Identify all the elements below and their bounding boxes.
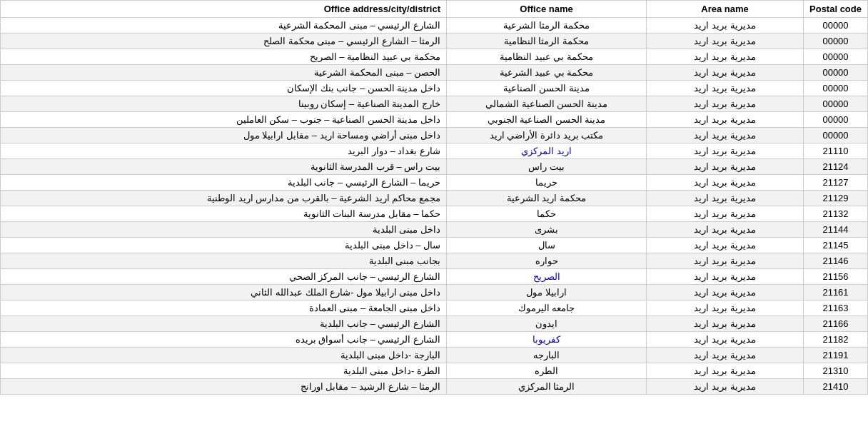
cell-postal: 21124 — [804, 159, 868, 175]
cell-area: مديرية بريد اريد — [647, 316, 804, 332]
cell-office: سال — [447, 238, 647, 253]
table-row: 21132مديرية بريد اريدحكماحكما – مقابل مد… — [1, 206, 868, 222]
cell-address: حريما – الشارع الرئيسي – جانب البلدية — [1, 175, 447, 191]
cell-area: مديرية بريد اريد — [647, 65, 804, 81]
cell-office: حريما — [447, 175, 647, 191]
cell-office: كفريوبا — [447, 332, 647, 348]
cell-office: ارابيلا مول — [447, 285, 647, 301]
cell-postal: 21156 — [804, 269, 868, 285]
cell-office: البارجه — [447, 348, 647, 363]
header-postal: Postal code — [804, 1, 868, 18]
cell-address: الطرة -داخل مبنى البلدية — [1, 363, 447, 379]
cell-office: الرمثا المركزي — [447, 379, 647, 395]
table-row: 00000مديرية بريد اريدمحكمة الرمثا النظام… — [1, 34, 868, 49]
cell-postal: 21166 — [804, 316, 868, 332]
header-office: Office name — [447, 1, 647, 18]
cell-postal: 21145 — [804, 238, 868, 253]
cell-area: مديرية بريد اريد — [647, 128, 804, 143]
table-row: 21410مديرية بريد اريدالرمثا المركزيالرمث… — [1, 379, 868, 395]
table-row: 21146مديرية بريد اريدحوارهبجانب مبنى الب… — [1, 253, 868, 269]
cell-address: الرمثا – الشارع الرئيسي – مبنى محكمة الص… — [1, 34, 447, 49]
table-row: 21124مديرية بريد اريدبيت راسبيت راس – قر… — [1, 159, 868, 175]
cell-office: محكمة اريد الشرعية — [447, 191, 647, 206]
cell-postal: 21132 — [804, 206, 868, 222]
cell-office: محكمة الرمثا الشرعية — [447, 18, 647, 34]
cell-address: داخل مبنى أراضي ومساحة اريد – مقابل اراب… — [1, 128, 447, 143]
cell-postal: 00000 — [804, 81, 868, 96]
table-row: 21182مديرية بريد اريدكفريوباالشارع الرئي… — [1, 332, 868, 348]
cell-office: جامعه اليرموك — [447, 301, 647, 316]
cell-office: اريد المركزي — [447, 143, 647, 159]
cell-address: داخل مبنى البلدية — [1, 222, 447, 238]
table-row: 21310مديرية بريد اريدالطرهالطرة -داخل مب… — [1, 363, 868, 379]
cell-area: مديرية بريد اريد — [647, 363, 804, 379]
header-area: Area name — [647, 1, 804, 18]
table-row: 21191مديرية بريد اريدالبارجهالبارجة -داخ… — [1, 348, 868, 363]
cell-area: مديرية بريد اريد — [647, 332, 804, 348]
cell-address: حكما – مقابل مدرسة البنات الثانوية — [1, 206, 447, 222]
cell-area: مديرية بريد اريد — [647, 175, 804, 191]
cell-office: حكما — [447, 206, 647, 222]
cell-address: داخل مدينة الحسن – جانب بنك الإسكان — [1, 81, 447, 96]
table-row: 00000مديرية بريد اريدمحكمة بي عبيد النظا… — [1, 49, 868, 65]
cell-office: مدينة الحسن الصناعية — [447, 81, 647, 96]
cell-postal: 21410 — [804, 379, 868, 395]
cell-area: مديرية بريد اريد — [647, 34, 804, 49]
cell-area: مديرية بريد اريد — [647, 206, 804, 222]
cell-area: مديرية بريد اريد — [647, 269, 804, 285]
table-row: 21129مديرية بريد اريدمحكمة اريد الشرعيةم… — [1, 191, 868, 206]
cell-address: شارع بغداد – دوار البريد — [1, 143, 447, 159]
table-row: 00000مديرية بريد اريدمكتب بريد دائرة الأ… — [1, 128, 868, 143]
main-table: Postal code Area name Office name Office… — [0, 0, 868, 395]
cell-office: محكمة الرمثا النظامية — [447, 34, 647, 49]
cell-address: خارج المدينة الصناعية – إسكان روبينا — [1, 96, 447, 112]
cell-address: سال – داخل مبنى البلدية — [1, 238, 447, 253]
table-row: 21156مديرية بريد اريدالصريحالشارع الرئيس… — [1, 269, 868, 285]
cell-postal: 21144 — [804, 222, 868, 238]
cell-area: مديرية بريد اريد — [647, 159, 804, 175]
cell-office: الطره — [447, 363, 647, 379]
cell-address: البارجة -داخل مبنى البلدية — [1, 348, 447, 363]
cell-postal: 00000 — [804, 65, 868, 81]
cell-area: مديرية بريد اريد — [647, 348, 804, 363]
cell-area: مديرية بريد اريد — [647, 18, 804, 34]
table-row: 21166مديرية بريد اريدايدونالشارع الرئيسي… — [1, 316, 868, 332]
cell-address: داخل مبنى الجامعة – مبنى العمادة — [1, 301, 447, 316]
cell-postal: 00000 — [804, 128, 868, 143]
cell-address: الشارع الرئيسي – مبنى المحكمة الشرعية — [1, 18, 447, 34]
cell-area: مديرية بريد اريد — [647, 81, 804, 96]
cell-postal: 21163 — [804, 301, 868, 316]
cell-office: ايدون — [447, 316, 647, 332]
cell-address: الحصن – مبنى المحكمة الشرعية — [1, 65, 447, 81]
cell-postal: 00000 — [804, 34, 868, 49]
table-row: 00000مديرية بريد اريدمدينة الحسن الصناعي… — [1, 96, 868, 112]
cell-address: الرمثا – شارع الرشيد – مقابل اورانج — [1, 379, 447, 395]
cell-area: مديرية بريد اريد — [647, 96, 804, 112]
cell-address: الشارع الرئيسي – جانب أسواق بريده — [1, 332, 447, 348]
cell-area: مديرية بريد اريد — [647, 222, 804, 238]
header-address: Office address/city/district — [1, 1, 447, 18]
table-row: 21163مديرية بريد اريدجامعه اليرموكداخل م… — [1, 301, 868, 316]
cell-postal: 21310 — [804, 363, 868, 379]
cell-postal: 00000 — [804, 96, 868, 112]
cell-area: مديرية بريد اريد — [647, 143, 804, 159]
table-row: 00000مديرية بريد اريدمحكمة بي عبيد الشرع… — [1, 65, 868, 81]
cell-address: داخل مبنى ارابيلا مول -شارع الملك عبدالل… — [1, 285, 447, 301]
cell-postal: 21146 — [804, 253, 868, 269]
cell-office: بشرى — [447, 222, 647, 238]
cell-postal: 21182 — [804, 332, 868, 348]
table-row: 21127مديرية بريد اريدحريماحريما – الشارع… — [1, 175, 868, 191]
cell-office: بيت راس — [447, 159, 647, 175]
cell-postal: 00000 — [804, 49, 868, 65]
cell-postal: 00000 — [804, 18, 868, 34]
cell-area: مديرية بريد اريد — [647, 49, 804, 65]
cell-area: مديرية بريد اريد — [647, 253, 804, 269]
table-row: 21161مديرية بريد اريدارابيلا مولداخل مبن… — [1, 285, 868, 301]
cell-postal: 21129 — [804, 191, 868, 206]
cell-area: مديرية بريد اريد — [647, 301, 804, 316]
cell-area: مديرية بريد اريد — [647, 285, 804, 301]
cell-postal: 21191 — [804, 348, 868, 363]
cell-area: مديرية بريد اريد — [647, 112, 804, 128]
table-row: 21145مديرية بريد اريدسالسال – داخل مبنى … — [1, 238, 868, 253]
cell-office: حواره — [447, 253, 647, 269]
